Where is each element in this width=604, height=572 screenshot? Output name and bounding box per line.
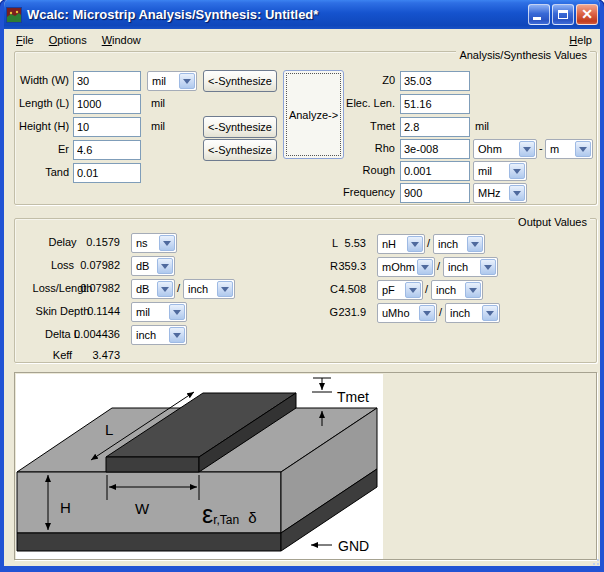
close-button[interactable]: ✕	[576, 4, 598, 25]
tand-label: Tand	[19, 166, 69, 178]
inductance-unit-combo[interactable]: nH	[377, 234, 425, 254]
frequency-label: Frequency	[315, 186, 395, 198]
minimize-icon	[533, 17, 541, 20]
tmet-input[interactable]	[400, 117, 470, 137]
loss-length-value: 0.07982	[45, 282, 120, 294]
rho-input[interactable]	[400, 139, 470, 159]
chevron-down-icon[interactable]	[575, 141, 591, 157]
tmet-dimension-label: Tmet	[337, 389, 369, 405]
conductance-unit-combo[interactable]: uMho	[377, 303, 437, 323]
length-input[interactable]	[73, 94, 141, 114]
inductance-per-combo[interactable]: inch	[433, 234, 485, 254]
conductance-per-combo[interactable]: inch	[445, 303, 500, 323]
loss-length-per-combo[interactable]: inch	[183, 279, 235, 299]
er-input[interactable]	[73, 140, 141, 160]
close-icon: ✕	[577, 5, 597, 24]
synthesize-width-button[interactable]: <-Synthesize	[203, 70, 277, 92]
z0-label: Z0	[315, 74, 395, 86]
chevron-down-icon[interactable]	[509, 185, 525, 201]
delay-unit-combo[interactable]: ns	[131, 233, 177, 253]
tmet-unit-text: mil	[475, 120, 489, 132]
chevron-down-icon[interactable]	[467, 236, 483, 252]
resistance-per-combo[interactable]: inch	[443, 257, 498, 277]
capacitance-unit-combo[interactable]: pF	[377, 280, 423, 300]
chevron-down-icon[interactable]	[480, 259, 496, 275]
titlebar[interactable]: Wcalc: Microstrip Analysis/Synthesis: Un…	[0, 0, 604, 29]
chevron-down-icon[interactable]	[169, 327, 185, 343]
width-label: Width (W)	[19, 74, 69, 86]
synthesize-height-button[interactable]: <-Synthesize	[203, 116, 277, 138]
output-values-group: Output Values Delay 0.1579 ns Loss 0.079…	[14, 218, 597, 363]
chevron-down-icon[interactable]	[465, 282, 481, 298]
app-window: Wcalc: Microstrip Analysis/Synthesis: Un…	[0, 0, 604, 572]
frequency-input[interactable]	[400, 183, 470, 203]
chevron-down-icon[interactable]	[509, 163, 525, 179]
chevron-down-icon[interactable]	[519, 141, 535, 157]
height-dimension-label: H	[60, 499, 71, 516]
frequency-unit-combo[interactable]: MHz	[473, 183, 527, 203]
loss-length-separator: /	[177, 282, 180, 294]
menu-window[interactable]: Window	[102, 34, 141, 46]
conductance-value: 231.9	[338, 306, 366, 318]
synthesize-er-button[interactable]: <-Synthesize	[203, 139, 277, 161]
minimize-button[interactable]	[528, 4, 550, 25]
microstrip-diagram-frame: L W H Tmet εr,Tanδ	[14, 372, 597, 560]
inductance-separator: /	[427, 237, 430, 249]
width-unit-combo[interactable]: mil	[147, 71, 197, 91]
capacitance-per-combo[interactable]: inch	[431, 280, 483, 300]
loss-unit-combo[interactable]: dB	[131, 256, 175, 276]
height-input[interactable]	[73, 117, 141, 137]
length-dimension-label: L	[105, 421, 113, 438]
chevron-down-icon[interactable]	[419, 305, 435, 321]
resistance-label: R	[298, 260, 338, 272]
menu-help[interactable]: Help	[569, 34, 592, 46]
rho-label: Rho	[315, 142, 395, 154]
rough-unit-combo[interactable]: mil	[473, 161, 527, 181]
skin-depth-value: 0.1144	[45, 305, 120, 317]
trace-front-face	[106, 457, 199, 472]
output-group-label: Output Values	[515, 216, 590, 228]
app-logo-icon	[6, 7, 22, 23]
analysis-group-label: Analysis/Synthesis Values	[456, 49, 590, 61]
resistance-separator: /	[437, 260, 440, 272]
resistance-value: 359.3	[338, 260, 366, 272]
length-unit-text: mil	[151, 97, 165, 109]
capacitance-label: C	[298, 283, 338, 295]
diagram-canvas: L W H Tmet εr,Tanδ	[16, 374, 383, 559]
microstrip-diagram: L W H Tmet εr,Tanδ	[16, 374, 382, 558]
chevron-down-icon[interactable]	[157, 281, 173, 297]
chevron-down-icon[interactable]	[217, 281, 233, 297]
width-input[interactable]	[73, 71, 141, 91]
rough-input[interactable]	[400, 161, 470, 181]
ground-plane-front	[17, 533, 281, 551]
chevron-down-icon[interactable]	[159, 235, 175, 251]
delta-l-unit-combo[interactable]: inch	[131, 325, 187, 345]
skin-depth-unit-combo[interactable]: mil	[131, 302, 187, 322]
resize-grip[interactable]	[597, 563, 599, 565]
chevron-down-icon[interactable]	[169, 304, 185, 320]
inductance-value: 5.53	[338, 237, 366, 249]
maximize-icon	[558, 10, 568, 19]
chevron-down-icon[interactable]	[482, 305, 498, 321]
chevron-down-icon[interactable]	[407, 236, 423, 252]
chevron-down-icon[interactable]	[417, 259, 433, 275]
loss-length-unit-combo[interactable]: dB	[131, 279, 175, 299]
rho-unit-combo[interactable]: Ohm	[473, 139, 537, 159]
chevron-down-icon[interactable]	[157, 258, 173, 274]
tand-input[interactable]	[73, 163, 141, 183]
maximize-button[interactable]	[552, 4, 574, 25]
menu-options[interactable]: Options	[49, 34, 87, 46]
gnd-label: GND	[338, 538, 369, 554]
chevron-down-icon[interactable]	[405, 282, 421, 298]
width-dimension-label: W	[135, 500, 150, 517]
z0-input[interactable]	[400, 71, 470, 91]
height-unit-text: mil	[151, 120, 165, 132]
rho-unit-separator: -	[539, 142, 543, 154]
menu-file[interactable]: File	[16, 34, 34, 46]
resistance-unit-combo[interactable]: mOhm	[377, 257, 435, 277]
chevron-down-icon[interactable]	[179, 73, 195, 89]
rho-length-unit-combo[interactable]: m	[545, 139, 593, 159]
rough-label: Rough	[315, 164, 395, 176]
capacitance-value: 4.508	[338, 283, 366, 295]
elec-len-input[interactable]	[400, 94, 470, 114]
